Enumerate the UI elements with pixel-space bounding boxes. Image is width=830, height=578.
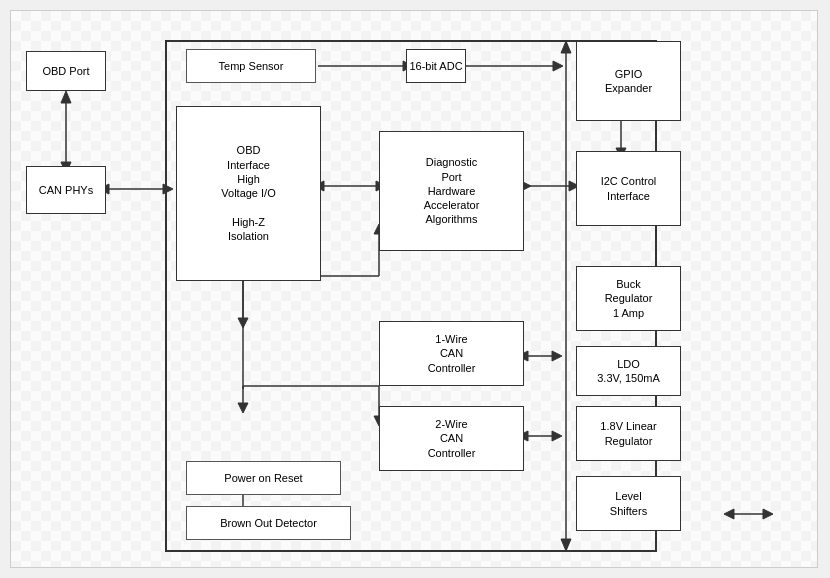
i2c-control-block: I2C Control Interface <box>576 151 681 226</box>
ldo-block: LDO 3.3V, 150mA <box>576 346 681 396</box>
linear-regulator-block: 1.8V Linear Regulator <box>576 406 681 461</box>
buck-regulator-block: Buck Regulator 1 Amp <box>576 266 681 331</box>
adc-block: 16-bit ADC <box>406 49 466 83</box>
power-on-reset-block: Power on Reset <box>186 461 341 495</box>
background-pattern <box>11 11 817 567</box>
obd-interface-block: OBD Interface High Voltage I/O High-Z Is… <box>176 106 321 281</box>
brown-out-block: Brown Out Detector <box>186 506 351 540</box>
obd-port-block: OBD Port <box>26 51 106 91</box>
gpio-expander-block: GPIO Expander <box>576 41 681 121</box>
can-phys-block: CAN PHYs <box>26 166 106 214</box>
one-wire-block: 1-Wire CAN Controller <box>379 321 524 386</box>
temp-sensor-block: Temp Sensor <box>186 49 316 83</box>
diagnostic-block: Diagnostic Port Hardware Accelerator Alg… <box>379 131 524 251</box>
diagram-container: OBD Port CAN PHYs Temp Sensor 16-bit ADC… <box>10 10 818 568</box>
two-wire-block: 2-Wire CAN Controller <box>379 406 524 471</box>
level-shifters-block: Level Shifters <box>576 476 681 531</box>
